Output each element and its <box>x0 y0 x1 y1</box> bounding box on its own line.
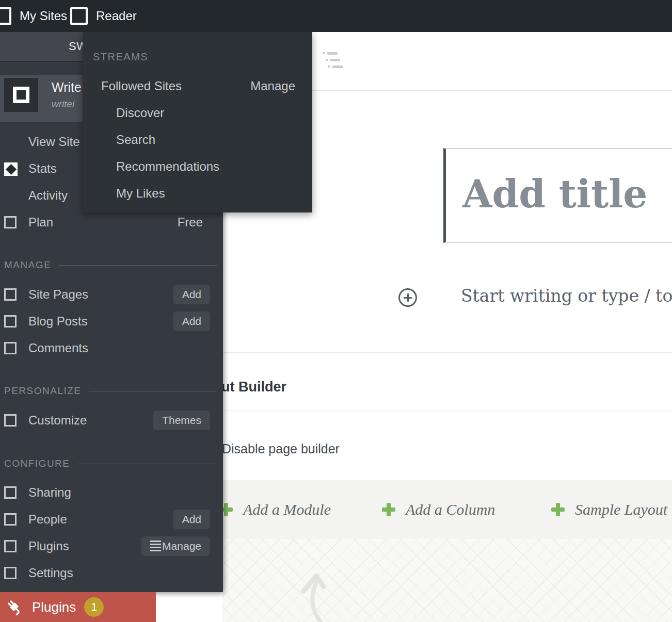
section-configure: CONFIGURE <box>0 457 223 470</box>
people-label: People <box>28 512 67 527</box>
disable-page-builder-label[interactable]: Disable page builder <box>222 441 340 456</box>
posts-icon <box>4 315 17 328</box>
menu-item-search[interactable]: Search <box>83 129 312 150</box>
sidebar-item-plugins[interactable]: Plugins Manage <box>0 533 223 560</box>
add-column-button[interactable]: Add a Column <box>365 480 547 539</box>
update-count-badge: 1 <box>84 597 104 617</box>
menu-item-followed-sites[interactable]: Followed Sites Manage <box>83 76 312 96</box>
sharing-label: Sharing <box>28 485 71 500</box>
my-sites-label: My Sites <box>20 9 67 23</box>
site-url: writei <box>52 99 74 110</box>
outline-row <box>323 52 344 55</box>
sample-layout-button[interactable]: Sample Layout <box>534 480 672 539</box>
plugins-label: Plugins <box>28 539 69 553</box>
people-add-button[interactable]: Add <box>173 510 210 529</box>
list-icon <box>150 541 161 552</box>
streams-section-label: STREAMS <box>93 51 148 63</box>
streams-flyout-menu: STREAMS Followed Sites Manage Discover S… <box>83 32 312 212</box>
section-divider <box>223 352 672 353</box>
plus-icon <box>551 503 565 516</box>
menu-item-discover[interactable]: Discover <box>83 103 312 123</box>
manage-section-label: MANAGE <box>4 259 51 271</box>
settings-icon <box>4 567 17 579</box>
plugins-manage-button[interactable]: Manage <box>141 536 210 556</box>
section-personalize: PERSONALIZE <box>0 385 223 397</box>
document-outline-icon[interactable] <box>323 52 344 69</box>
sample-layout-label: Sample Layout <box>575 501 667 518</box>
stats-icon <box>4 162 18 176</box>
streams-section: STREAMS <box>83 50 312 64</box>
comments-icon <box>4 342 17 354</box>
personalize-section-label: PERSONALIZE <box>4 385 82 397</box>
post-title-field[interactable]: Add title <box>443 148 672 243</box>
my-sites-icon <box>0 7 11 25</box>
plan-icon <box>4 216 17 228</box>
hand-drawn-arrow-sketch <box>299 567 366 622</box>
plug-icon <box>4 597 25 617</box>
plan-label: Plan <box>28 215 53 230</box>
outline-row <box>328 65 344 68</box>
customize-label: Customize <box>28 413 87 428</box>
add-module-label: Add a Module <box>243 501 331 518</box>
section-manage: MANAGE <box>0 259 223 271</box>
builder-canvas[interactable] <box>222 539 672 622</box>
plan-badge: Free <box>178 215 203 230</box>
view-site-label: View Site <box>28 135 80 149</box>
sidebar-item-sharing[interactable]: Sharing <box>0 479 223 506</box>
comments-label: Comments <box>28 341 88 355</box>
sidebar-item-site-pages[interactable]: Site Pages Add <box>0 281 223 308</box>
site-avatar <box>4 78 38 112</box>
sidebar-item-settings[interactable]: Settings <box>0 560 223 586</box>
site-pages-label: Site Pages <box>28 287 88 302</box>
menu-item-my-likes[interactable]: My Likes <box>83 183 312 204</box>
sidebar-item-plan[interactable]: Plan Free <box>0 209 223 236</box>
configure-section-label: CONFIGURE <box>4 458 70 469</box>
pages-icon <box>4 288 17 301</box>
customize-icon <box>4 414 17 427</box>
followed-sites-label: Followed Sites <box>101 79 182 93</box>
sidebar-item-blog-posts[interactable]: Blog Posts Add <box>0 308 223 335</box>
section-divider <box>223 411 672 411</box>
themes-button[interactable]: Themes <box>153 411 210 430</box>
sharing-icon <box>4 486 17 499</box>
square-outline-icon <box>13 87 29 103</box>
wp-admin-plugins-item[interactable]: Plugins 1 <box>0 592 156 622</box>
people-icon <box>4 513 17 526</box>
plus-icon <box>382 503 395 516</box>
site-pages-add-button[interactable]: Add <box>173 285 210 304</box>
followed-sites-manage-link[interactable]: Manage <box>250 79 295 93</box>
admin-top-bar: My Sites Reader <box>0 0 672 32</box>
add-block-icon[interactable] <box>398 288 417 307</box>
site-name: Write <box>52 80 82 95</box>
sidebar-item-comments[interactable]: Comments <box>0 335 223 362</box>
add-column-label: Add a Column <box>406 501 495 518</box>
plugins-icon <box>4 540 17 552</box>
add-module-button[interactable]: Add a Module <box>197 480 384 539</box>
my-sites-tab[interactable]: My Sites <box>0 0 67 32</box>
editor-body-placeholder[interactable]: Start writing or type / to ch <box>461 286 672 306</box>
reader-label: Reader <box>96 9 137 23</box>
plugins-bar-label: Plugins <box>32 599 76 615</box>
settings-label: Settings <box>28 566 73 580</box>
menu-item-recommendations[interactable]: Recommendations <box>83 156 312 177</box>
blog-posts-add-button[interactable]: Add <box>173 312 210 331</box>
post-title-placeholder[interactable]: Add title <box>462 175 647 213</box>
activity-label: Activity <box>28 188 68 203</box>
sidebar-item-people[interactable]: People Add <box>0 506 223 533</box>
blog-posts-label: Blog Posts <box>28 314 88 329</box>
reader-tab[interactable]: Reader <box>70 0 137 32</box>
sidebar-item-customize[interactable]: Customize Themes <box>0 407 223 434</box>
stats-label: Stats <box>28 161 57 176</box>
reader-icon <box>70 7 88 25</box>
outline-row <box>326 58 344 61</box>
